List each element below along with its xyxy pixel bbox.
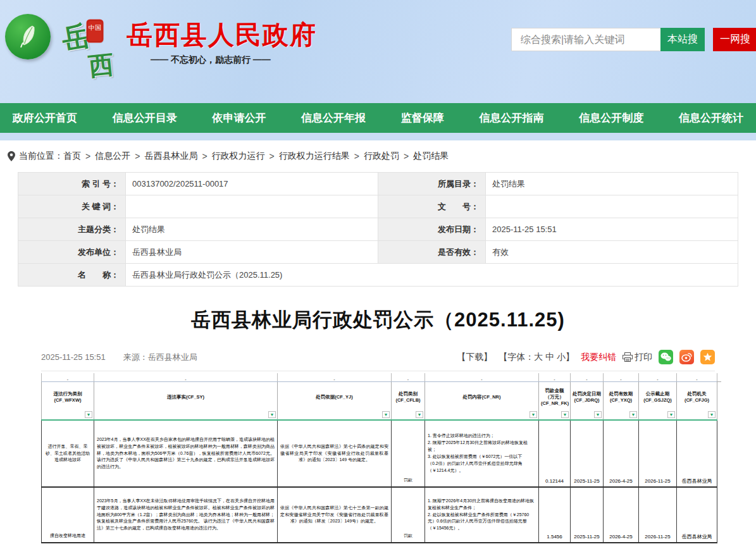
net-search-button[interactable]: 一网搜 <box>713 28 756 51</box>
filter-dropdown-icon[interactable]: ▼ <box>382 411 390 418</box>
header-label: 公示截止期(CF_GSJZQ) <box>643 391 672 403</box>
site-logo[interactable] <box>5 14 51 59</box>
report-error-link[interactable]: 我要纠错 <box>581 352 616 363</box>
filter-dropdown-icon[interactable]: ▼ <box>594 411 602 418</box>
header-label: 处罚类别(CF_CFLB) <box>395 391 420 403</box>
meta-value-index: 003137002/202511-00017 <box>126 173 378 195</box>
breadcrumb-item-power[interactable]: 行政权力运行 <box>212 151 265 162</box>
nav-item-apply[interactable]: 依申请公开 <box>208 111 270 125</box>
filter-dropdown-icon[interactable]: ▼ <box>561 411 569 418</box>
wechat-share-button[interactable] <box>659 350 673 364</box>
cell-fine-amount: 0.12144 <box>539 420 571 487</box>
meta-value-keywords <box>126 195 378 218</box>
publish-time: 2025-11-25 15:51 <box>41 352 106 362</box>
column-header-fine: 罚款金额（万元）(CF_NR_FK)▼ <box>539 381 571 419</box>
filter-dropdown-icon[interactable]: ▼ <box>530 411 537 418</box>
clipped-cell: - <box>94 373 278 381</box>
breadcrumb-item-penalty[interactable]: 行政处罚 <box>364 151 399 162</box>
column-header-type: 处罚类别(CF_CFLB)▼ <box>392 381 425 419</box>
cell-type: 罚款 <box>392 420 425 487</box>
clipped-cell: - <box>425 373 539 381</box>
clipped-cell: - <box>677 373 717 381</box>
location-pin-icon <box>8 151 15 161</box>
filter-dropdown-icon[interactable]: ▼ <box>85 411 92 418</box>
cell-basis: 依据《中华人民共和国森林法》第七十三条第一款的规定和安徽省林业局关于印发《安徽省… <box>278 487 392 543</box>
header-label: 处罚有效期(CF_YXQ) <box>609 391 633 403</box>
tea-leaf-icon <box>13 22 42 51</box>
nav-item-gov-home[interactable]: 政府公开首页 <box>9 111 81 125</box>
clipped-cell: - <box>604 373 639 381</box>
breadcrumb-item-info[interactable]: 信息公开 <box>95 151 130 162</box>
main-nav: 政府公开首页 信息公开目录 依申请公开 信息公开年报 监督保障 信息公开指南 信… <box>0 103 756 133</box>
download-button[interactable]: 【下载】 <box>457 352 492 363</box>
meta-label-index: 索 引 号： <box>18 173 126 195</box>
nav-item-guide[interactable]: 信息公开指南 <box>476 111 548 125</box>
print-label: 打印 <box>635 352 652 363</box>
breadcrumb-item-power-result[interactable]: 行政权力运行结果 <box>279 151 350 162</box>
meta-label-pubdate: 发布日期： <box>378 218 486 241</box>
breadcrumb-item-bureau[interactable]: 岳西县林业局 <box>144 151 197 162</box>
meta-value-topic: 处罚结果 <box>126 218 378 241</box>
table-row: 擅自改变林地用途 2023年5月，当事人李XX在未依法取得林地使用审批手续情况下… <box>42 487 717 543</box>
header-label: 处罚机关(CF_CFJG) <box>685 391 709 403</box>
filter-dropdown-icon[interactable]: ▼ <box>667 411 675 418</box>
column-header-publicity-end: 公示截止期(CF_GSJZQ)▼ <box>639 381 677 419</box>
document-meta-table: 索 引 号： 003137002/202511-00017 所属目录： 处罚结果… <box>18 172 738 287</box>
header-label: 处罚依据(CF_YJ) <box>316 394 352 400</box>
nav-item-supervision[interactable]: 监督保障 <box>397 111 448 125</box>
banner-strip <box>0 133 756 140</box>
nav-item-info-catalog[interactable]: 信息公开目录 <box>109 111 181 125</box>
meta-label-catalog: 所属目录： <box>378 173 486 195</box>
cell-category: 进行开垦、采石、采砂、采土或者其他活动造成林地毁坏 <box>42 420 94 487</box>
cell-facts: 2023年5月，当事人李XX在未依法取得林地使用审批手续情况下，在石关乡擅自开挖… <box>94 487 278 543</box>
header-label: 处罚内容(CF_NR) <box>463 394 501 400</box>
cell-decision-date: 2025-11-25 <box>571 420 604 487</box>
nav-item-annual-report[interactable]: 信息公开年报 <box>297 111 369 125</box>
filter-dropdown-icon[interactable]: ▼ <box>629 411 637 418</box>
wechat-icon <box>660 352 671 362</box>
weibo-share-button[interactable] <box>679 350 694 364</box>
nav-item-system[interactable]: 信息公开制度 <box>575 111 647 125</box>
meta-label-keywords: 关 键 词： <box>18 195 126 218</box>
filter-dropdown-icon[interactable]: ▼ <box>708 411 716 418</box>
breadcrumb-item-penalty-result[interactable]: 处罚结果 <box>413 151 449 162</box>
favorite-button[interactable] <box>700 350 715 364</box>
breadcrumb-item-home[interactable]: 首页 <box>63 151 81 162</box>
weibo-icon <box>681 352 692 362</box>
table-row: 名 称： 岳西县林业局行政处罚公示（2025.11.25) <box>18 264 738 287</box>
article-toolbar: 【下载】 【字体：大 中 小】 我要纠错 打印 <box>457 350 715 364</box>
breadcrumb-separator: > <box>270 151 275 161</box>
site-title[interactable]: 岳西县人民政府 <box>127 18 317 53</box>
filter-dropdown-icon[interactable]: ▼ <box>416 411 423 418</box>
cell-valid-until: 2026-4-25 <box>604 487 639 543</box>
breadcrumb-separator: > <box>354 151 359 161</box>
cell-publicity-until: 2026-11-25 <box>639 487 677 543</box>
column-header-content: 处罚内容(CF_NR)▼ <box>425 381 539 419</box>
penalty-table: - - - - - - - - - - 违法行为类别(CF_WFXW)▼ 违法事… <box>41 373 717 543</box>
filter-dropdown-icon[interactable]: ▼ <box>268 411 276 418</box>
cell-basis: 依据《中华人民共和国森林法》第七十四条的规定和安徽省林业局关于印发《安徽省林业行… <box>278 420 392 487</box>
nav-item-statistics[interactable]: 信息公开统计 <box>675 111 747 125</box>
header-label: 违法事实(CF_SY) <box>167 394 204 400</box>
search-input[interactable] <box>511 28 660 51</box>
clipped-cell: - <box>278 373 392 381</box>
table-header-row: 违法行为类别(CF_WFXW)▼ 违法事实(CF_SY)▼ 处罚依据(CF_YJ… <box>42 381 717 419</box>
table-row: 发布单位： 岳西县林业局 是否有效： 有效 <box>18 241 738 264</box>
font-size-control[interactable]: 【字体：大 中 小】 <box>499 352 574 363</box>
cell-valid-until: 2026-4-25 <box>604 420 639 487</box>
table-row: 进行开垦、采石、采砂、采土或者其他活动造成林地毁坏 2023年4月，当事人李XX… <box>42 420 717 487</box>
header-label: 处罚决定日期(CF_JDRQ) <box>573 391 601 403</box>
article-source: 来源：岳西县林业局 <box>123 352 197 363</box>
star-icon <box>703 352 712 362</box>
column-header-organ: 处罚机关(CF_CFJG)▼ <box>677 381 717 419</box>
header-label: 违法行为类别(CF_WFXW) <box>54 391 82 403</box>
meta-label-topic: 主题分类： <box>18 218 126 241</box>
print-button[interactable]: 打印 <box>623 352 652 363</box>
table-row-clipped: - - - - - - - - - - <box>42 373 717 381</box>
meta-label-unit: 发布单位： <box>18 241 126 264</box>
clipped-column-edge <box>717 381 721 421</box>
article-meta-bar: 2025-11-25 15:51 来源：岳西县林业局 【下载】 【字体：大 中 … <box>41 350 715 371</box>
meta-label-docnum: 文 号： <box>378 195 486 218</box>
meta-value-unit: 岳西县林业局 <box>126 241 378 264</box>
site-search-button[interactable]: 本站搜 <box>660 28 705 51</box>
